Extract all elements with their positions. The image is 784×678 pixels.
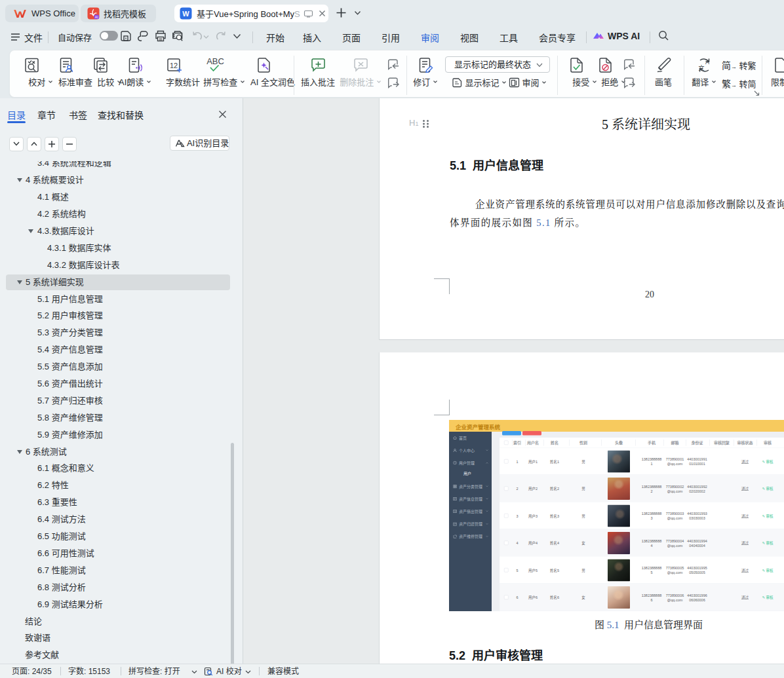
svg-text:A: A bbox=[705, 59, 709, 66]
svg-text:12: 12 bbox=[170, 62, 178, 69]
svg-text:W: W bbox=[182, 10, 189, 18]
svg-text:AI: AI bbox=[95, 15, 98, 19]
svg-text:ABC: ABC bbox=[206, 56, 224, 66]
svg-text:文: 文 bbox=[698, 64, 704, 72]
